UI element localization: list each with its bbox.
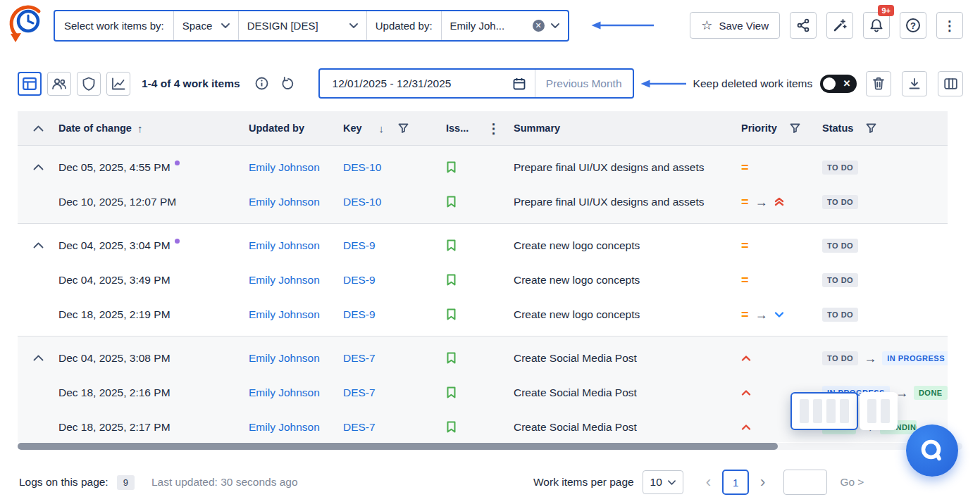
group-collapse-button[interactable]	[18, 164, 58, 170]
chart-view-button[interactable]	[106, 72, 130, 96]
per-page-label: Work items per page	[533, 476, 634, 489]
table-grid-icon	[23, 77, 37, 90]
table-view-button[interactable]	[18, 72, 42, 96]
updated-by-link[interactable]: Emily Johnson	[249, 352, 320, 364]
issue-key-link[interactable]: DES-9	[343, 239, 376, 251]
priority-cell: = →	[733, 196, 814, 208]
updated-by-link[interactable]: Emily Johnson	[249, 386, 320, 398]
table-row[interactable]: Dec 05, 2025, 4:55 PM Emily Johnson DES-…	[18, 150, 948, 184]
column-settings-button[interactable]	[938, 71, 963, 96]
column-header-updated-by[interactable]: Updated by	[249, 122, 343, 134]
updated-by-link[interactable]: Emily Johnson	[249, 274, 320, 286]
column-header-priority[interactable]: Priority	[733, 122, 814, 134]
chevron-up-icon	[33, 355, 44, 361]
line-chart-icon	[111, 77, 125, 90]
issue-key-link[interactable]: DES-9	[343, 308, 376, 320]
delete-logs-button[interactable]	[866, 71, 891, 96]
project-dropdown[interactable]: DESIGN [DES]	[238, 11, 366, 40]
column-header-issue-type[interactable]: Iss... ⋮	[440, 122, 504, 135]
table-row[interactable]: Dec 10, 2025, 12:07 PM Emily Johnson DES…	[18, 184, 948, 219]
table-row[interactable]: Dec 18, 2025, 2:19 PM Emily Johnson DES-…	[18, 297, 948, 332]
chevron-down-icon	[221, 23, 230, 28]
story-bookmark-icon	[446, 274, 457, 286]
date-annotation-arrow	[640, 79, 688, 89]
work-item-history-page: Select work items by: Space DESIGN [DES]…	[0, 0, 980, 497]
scrollbar-thumb[interactable]	[18, 443, 778, 450]
latest-change-dot	[175, 239, 180, 244]
issue-type-cell	[440, 386, 504, 398]
updated-by-dropdown[interactable]: Emily Joh... ✕	[441, 11, 568, 40]
issue-key-link[interactable]: DES-7	[343, 386, 376, 398]
updated-by-link[interactable]: Emily Johnson	[249, 196, 320, 208]
per-page-value: 10	[650, 476, 662, 489]
toggle-knob	[823, 77, 836, 90]
issue-key-link[interactable]: DES-10	[343, 196, 381, 208]
summary-cell: Create Social Media Post	[504, 421, 733, 434]
people-view-button[interactable]	[47, 72, 71, 96]
priority-cell	[733, 355, 814, 362]
filter-funnel-icon[interactable]	[398, 123, 409, 133]
go-to-page-button[interactable]: Go >	[840, 476, 864, 489]
updated-by-link[interactable]: Emily Johnson	[249, 239, 320, 251]
help-button[interactable]: ?	[900, 12, 926, 39]
issue-key-link[interactable]: DES-7	[343, 352, 376, 364]
clock-swoosh-logo-icon	[6, 4, 46, 47]
save-view-button[interactable]: ☆ Save View	[690, 12, 780, 39]
assistant-fab-button[interactable]	[906, 424, 958, 477]
group-collapse-button[interactable]	[18, 242, 58, 249]
horizontal-scrollbar[interactable]	[18, 443, 962, 450]
current-page-button[interactable]: 1	[722, 470, 749, 495]
status-cell: TO DO	[814, 161, 948, 175]
hover-preview-skeleton	[790, 392, 898, 430]
filter-funnel-icon[interactable]	[866, 123, 876, 133]
column-menu-kebab-icon[interactable]: ⋮	[487, 122, 500, 135]
column-header-status[interactable]: Status	[814, 122, 948, 134]
sort-desc-icon[interactable]: ↓	[379, 122, 385, 134]
refresh-button[interactable]	[281, 77, 295, 91]
status-badge: TO DO	[822, 308, 858, 322]
filter-funnel-icon[interactable]	[790, 123, 800, 133]
group-collapse-button[interactable]	[18, 355, 58, 361]
priority-medium-icon: =	[741, 239, 749, 252]
download-icon	[908, 77, 921, 90]
export-button[interactable]	[902, 71, 927, 96]
notifications-button[interactable]: 9+	[863, 12, 890, 39]
trash-icon	[872, 77, 885, 90]
story-bookmark-icon	[446, 239, 457, 251]
table-row[interactable]: Dec 04, 2025, 3:04 PM Emily Johnson DES-…	[18, 228, 948, 263]
issue-key-link[interactable]: DES-9	[343, 274, 376, 286]
clear-filter-icon[interactable]: ✕	[533, 20, 545, 32]
per-page-select[interactable]: 10	[643, 470, 683, 494]
updated-by-link[interactable]: Emily Johnson	[249, 161, 320, 173]
table-row[interactable]: Dec 04, 2025, 3:49 PM Emily Johnson DES-…	[18, 263, 948, 297]
priority-low-icon	[774, 311, 784, 318]
ai-assist-button[interactable]	[826, 12, 853, 39]
info-button[interactable]	[255, 77, 268, 90]
keep-deleted-toggle[interactable]: ✕	[820, 75, 857, 93]
share-button[interactable]	[790, 12, 817, 39]
undo-refresh-icon	[281, 77, 295, 91]
space-dropdown[interactable]: Space	[173, 11, 238, 40]
date-range-picker[interactable]: 12/01/2025 - 12/31/2025 Previous Month	[318, 68, 634, 99]
work-item-group-des-9: Dec 04, 2025, 3:04 PM Emily Johnson DES-…	[18, 224, 948, 336]
issue-key-link[interactable]: DES-10	[343, 161, 381, 173]
updated-by-link[interactable]: Emily Johnson	[249, 308, 320, 320]
column-header-date[interactable]: Date of change ↑	[58, 122, 249, 134]
next-page-button[interactable]: ›	[760, 473, 765, 491]
table-row[interactable]: Dec 04, 2025, 3:08 PM Emily Johnson DES-…	[18, 341, 948, 375]
more-options-button[interactable]: ⋮	[936, 12, 963, 39]
calendar-icon[interactable]	[513, 77, 526, 90]
page-jump-input[interactable]	[783, 470, 827, 495]
column-header-summary[interactable]: Summary	[504, 122, 733, 134]
issue-key-link[interactable]: DES-7	[343, 421, 376, 433]
column-header-key[interactable]: Key ↓	[343, 122, 440, 134]
previous-page-button[interactable]: ‹	[706, 473, 711, 491]
app-logo	[6, 4, 46, 47]
chevron-up-icon	[33, 242, 44, 249]
project-dropdown-value: DESIGN [DES]	[247, 20, 318, 32]
sort-asc-icon[interactable]: ↑	[137, 122, 143, 134]
collapse-all-button[interactable]	[18, 125, 58, 132]
updated-by-link[interactable]: Emily Johnson	[249, 421, 320, 433]
permissions-view-button[interactable]	[77, 72, 101, 96]
date-preset-label[interactable]: Previous Month	[535, 77, 633, 90]
